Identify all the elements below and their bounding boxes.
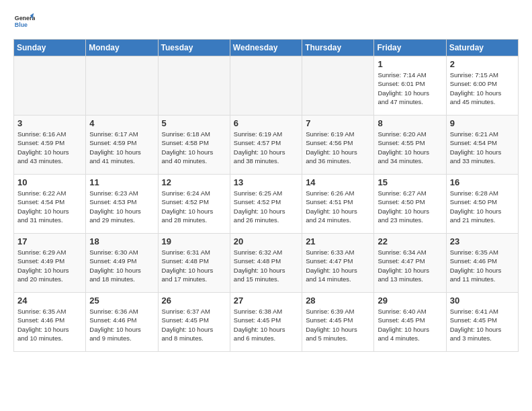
calendar-cell: 19Sunrise: 6:31 AM Sunset: 4:48 PM Dayli… xyxy=(158,234,230,293)
day-number: 2 xyxy=(450,59,515,69)
day-info: Sunrise: 6:20 AM Sunset: 4:55 PM Dayligh… xyxy=(378,130,442,165)
day-number: 9 xyxy=(450,118,515,128)
calendar-cell: 18Sunrise: 6:30 AM Sunset: 4:49 PM Dayli… xyxy=(86,234,158,293)
calendar-week-row: 3Sunrise: 6:16 AM Sunset: 4:59 PM Daylig… xyxy=(14,116,519,175)
calendar-cell: 24Sunrise: 6:35 AM Sunset: 4:46 PM Dayli… xyxy=(14,293,86,352)
day-number: 22 xyxy=(378,236,442,246)
day-info: Sunrise: 6:21 AM Sunset: 4:54 PM Dayligh… xyxy=(450,130,515,165)
day-number: 6 xyxy=(234,118,298,128)
day-info: Sunrise: 6:25 AM Sunset: 4:52 PM Dayligh… xyxy=(234,189,298,224)
weekday-header: Saturday xyxy=(446,40,518,56)
day-info: Sunrise: 6:27 AM Sunset: 4:50 PM Dayligh… xyxy=(378,189,442,224)
day-info: Sunrise: 6:40 AM Sunset: 4:45 PM Dayligh… xyxy=(378,307,442,342)
calendar-week-row: 17Sunrise: 6:29 AM Sunset: 4:49 PM Dayli… xyxy=(14,234,519,293)
weekday-header: Thursday xyxy=(302,40,374,56)
calendar-cell: 28Sunrise: 6:39 AM Sunset: 4:45 PM Dayli… xyxy=(302,293,374,352)
day-number: 27 xyxy=(234,295,298,306)
day-info: Sunrise: 6:35 AM Sunset: 4:46 PM Dayligh… xyxy=(17,307,82,342)
day-number: 16 xyxy=(450,177,515,187)
day-number: 25 xyxy=(89,295,154,306)
day-number: 17 xyxy=(17,236,82,246)
calendar-cell: 27Sunrise: 6:38 AM Sunset: 4:45 PM Dayli… xyxy=(230,293,302,352)
calendar-cell: 21Sunrise: 6:33 AM Sunset: 4:47 PM Dayli… xyxy=(302,234,374,293)
weekday-header: Tuesday xyxy=(158,40,230,56)
day-info: Sunrise: 6:18 AM Sunset: 4:58 PM Dayligh… xyxy=(162,130,226,165)
calendar-cell: 1Sunrise: 7:14 AM Sunset: 6:01 PM Daylig… xyxy=(374,56,446,116)
calendar-cell: 16Sunrise: 6:28 AM Sunset: 4:50 PM Dayli… xyxy=(446,175,518,234)
day-info: Sunrise: 6:29 AM Sunset: 4:49 PM Dayligh… xyxy=(17,248,82,283)
day-number: 10 xyxy=(17,177,82,187)
weekday-header: Wednesday xyxy=(230,40,302,56)
day-info: Sunrise: 6:26 AM Sunset: 4:51 PM Dayligh… xyxy=(306,189,370,224)
day-number: 15 xyxy=(378,177,442,187)
day-number: 5 xyxy=(162,118,226,128)
logo: General Blue xyxy=(13,11,35,32)
day-number: 13 xyxy=(234,177,298,187)
calendar-cell xyxy=(158,56,230,116)
day-number: 4 xyxy=(89,118,154,128)
day-info: Sunrise: 6:41 AM Sunset: 4:45 PM Dayligh… xyxy=(450,307,515,342)
day-info: Sunrise: 6:19 AM Sunset: 4:56 PM Dayligh… xyxy=(306,130,370,165)
calendar-body: 1Sunrise: 7:14 AM Sunset: 6:01 PM Daylig… xyxy=(14,56,519,352)
calendar-cell: 9Sunrise: 6:21 AM Sunset: 4:54 PM Daylig… xyxy=(446,116,518,175)
day-number: 12 xyxy=(162,177,226,187)
weekday-header: Sunday xyxy=(14,40,86,56)
calendar-cell: 8Sunrise: 6:20 AM Sunset: 4:55 PM Daylig… xyxy=(374,116,446,175)
day-number: 30 xyxy=(450,295,515,306)
day-info: Sunrise: 6:19 AM Sunset: 4:57 PM Dayligh… xyxy=(234,130,298,165)
calendar-cell: 20Sunrise: 6:32 AM Sunset: 4:48 PM Dayli… xyxy=(230,234,302,293)
calendar-cell: 17Sunrise: 6:29 AM Sunset: 4:49 PM Dayli… xyxy=(14,234,86,293)
calendar-cell: 22Sunrise: 6:34 AM Sunset: 4:47 PM Dayli… xyxy=(374,234,446,293)
day-info: Sunrise: 6:32 AM Sunset: 4:48 PM Dayligh… xyxy=(234,248,298,283)
calendar-week-row: 24Sunrise: 6:35 AM Sunset: 4:46 PM Dayli… xyxy=(14,293,519,352)
day-info: Sunrise: 6:38 AM Sunset: 4:45 PM Dayligh… xyxy=(234,307,298,342)
day-info: Sunrise: 6:37 AM Sunset: 4:45 PM Dayligh… xyxy=(162,307,226,342)
day-info: Sunrise: 7:14 AM Sunset: 6:01 PM Dayligh… xyxy=(378,71,442,106)
day-info: Sunrise: 6:28 AM Sunset: 4:50 PM Dayligh… xyxy=(450,189,515,224)
calendar-cell: 6Sunrise: 6:19 AM Sunset: 4:57 PM Daylig… xyxy=(230,116,302,175)
logo-icon: General Blue xyxy=(13,11,35,32)
calendar-cell xyxy=(86,56,158,116)
day-info: Sunrise: 6:36 AM Sunset: 4:46 PM Dayligh… xyxy=(89,307,154,342)
page-header: General Blue xyxy=(13,11,519,32)
day-number: 11 xyxy=(89,177,154,187)
weekday-header: Monday xyxy=(86,40,158,56)
day-number: 24 xyxy=(17,295,82,306)
day-info: Sunrise: 6:17 AM Sunset: 4:59 PM Dayligh… xyxy=(89,130,154,165)
day-number: 18 xyxy=(89,236,154,246)
day-number: 20 xyxy=(234,236,298,246)
calendar-cell: 11Sunrise: 6:23 AM Sunset: 4:53 PM Dayli… xyxy=(86,175,158,234)
calendar-cell: 12Sunrise: 6:24 AM Sunset: 4:52 PM Dayli… xyxy=(158,175,230,234)
calendar-cell: 25Sunrise: 6:36 AM Sunset: 4:46 PM Dayli… xyxy=(86,293,158,352)
svg-text:Blue: Blue xyxy=(15,21,28,28)
calendar-cell: 15Sunrise: 6:27 AM Sunset: 4:50 PM Dayli… xyxy=(374,175,446,234)
day-number: 1 xyxy=(378,59,442,69)
day-info: Sunrise: 6:22 AM Sunset: 4:54 PM Dayligh… xyxy=(17,189,82,224)
day-number: 8 xyxy=(378,118,442,128)
day-number: 14 xyxy=(306,177,370,187)
calendar-cell: 3Sunrise: 6:16 AM Sunset: 4:59 PM Daylig… xyxy=(14,116,86,175)
calendar-cell xyxy=(302,56,374,116)
day-info: Sunrise: 6:24 AM Sunset: 4:52 PM Dayligh… xyxy=(162,189,226,224)
calendar-cell: 10Sunrise: 6:22 AM Sunset: 4:54 PM Dayli… xyxy=(14,175,86,234)
day-info: Sunrise: 6:39 AM Sunset: 4:45 PM Dayligh… xyxy=(306,307,370,342)
calendar-cell xyxy=(14,56,86,116)
day-number: 3 xyxy=(17,118,82,128)
day-number: 26 xyxy=(162,295,226,306)
calendar-cell: 14Sunrise: 6:26 AM Sunset: 4:51 PM Dayli… xyxy=(302,175,374,234)
calendar-cell: 2Sunrise: 7:15 AM Sunset: 6:00 PM Daylig… xyxy=(446,56,518,116)
calendar-cell: 4Sunrise: 6:17 AM Sunset: 4:59 PM Daylig… xyxy=(86,116,158,175)
day-info: Sunrise: 6:23 AM Sunset: 4:53 PM Dayligh… xyxy=(89,189,154,224)
day-info: Sunrise: 6:31 AM Sunset: 4:48 PM Dayligh… xyxy=(162,248,226,283)
weekday-header: Friday xyxy=(374,40,446,56)
day-number: 23 xyxy=(450,236,515,246)
calendar-week-row: 1Sunrise: 7:14 AM Sunset: 6:01 PM Daylig… xyxy=(14,56,519,116)
calendar-cell: 13Sunrise: 6:25 AM Sunset: 4:52 PM Dayli… xyxy=(230,175,302,234)
calendar-cell xyxy=(230,56,302,116)
day-number: 28 xyxy=(306,295,370,306)
day-info: Sunrise: 6:34 AM Sunset: 4:47 PM Dayligh… xyxy=(378,248,442,283)
calendar-header-row: SundayMondayTuesdayWednesdayThursdayFrid… xyxy=(14,40,519,56)
day-info: Sunrise: 6:35 AM Sunset: 4:46 PM Dayligh… xyxy=(450,248,515,283)
day-info: Sunrise: 7:15 AM Sunset: 6:00 PM Dayligh… xyxy=(450,71,515,106)
calendar-cell: 7Sunrise: 6:19 AM Sunset: 4:56 PM Daylig… xyxy=(302,116,374,175)
